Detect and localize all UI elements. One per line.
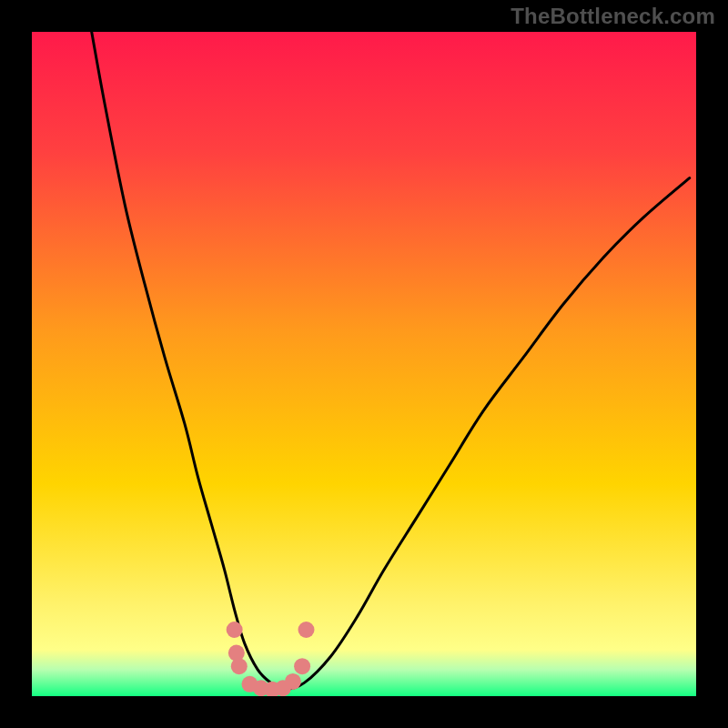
valley-marker: [294, 658, 310, 674]
plot-area: [32, 32, 696, 696]
valley-marker: [231, 658, 248, 674]
chart-frame: TheBottleneck.com: [0, 0, 728, 728]
valley-marker: [298, 622, 314, 638]
valley-marker: [285, 673, 301, 690]
gradient-background: [32, 32, 696, 696]
watermark-text: TheBottleneck.com: [511, 4, 715, 29]
valley-marker: [227, 622, 243, 638]
chart-svg: [32, 32, 696, 696]
